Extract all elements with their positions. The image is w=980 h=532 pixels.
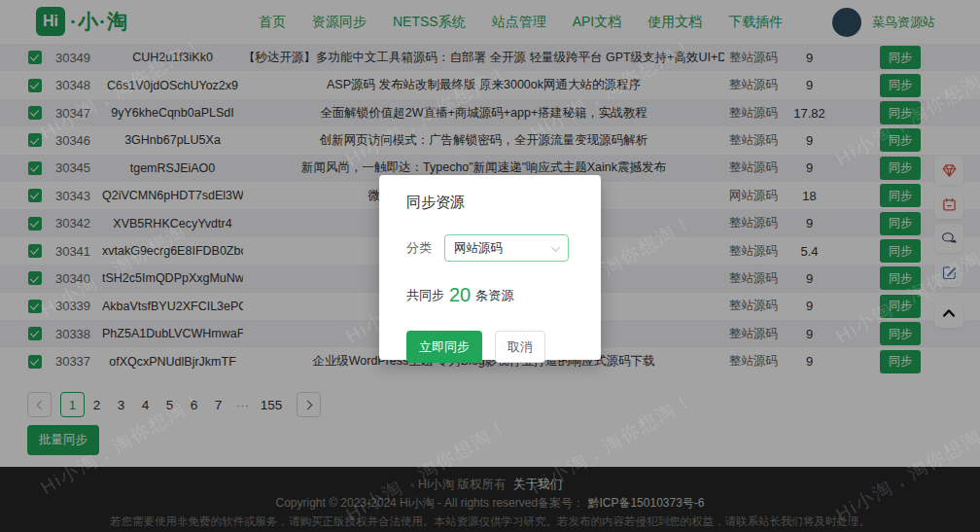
cancel-button[interactable]: 取消 [495, 331, 545, 363]
chevron-down-icon [551, 242, 561, 252]
summary-suffix: 条资源 [475, 287, 513, 304]
category-select[interactable]: 网站源码 [444, 234, 569, 262]
category-selected-value: 网站源码 [454, 240, 503, 257]
category-label: 分类 [406, 239, 432, 257]
dialog-title: 同步资源 [406, 194, 574, 212]
sync-now-button[interactable]: 立即同步 [406, 331, 482, 363]
sync-resource-dialog: 同步资源 分类 网站源码 共同步 20 条资源 立即同步 取消 [379, 175, 601, 360]
summary-count: 20 [449, 284, 471, 306]
summary-prefix: 共同步 [406, 287, 444, 304]
